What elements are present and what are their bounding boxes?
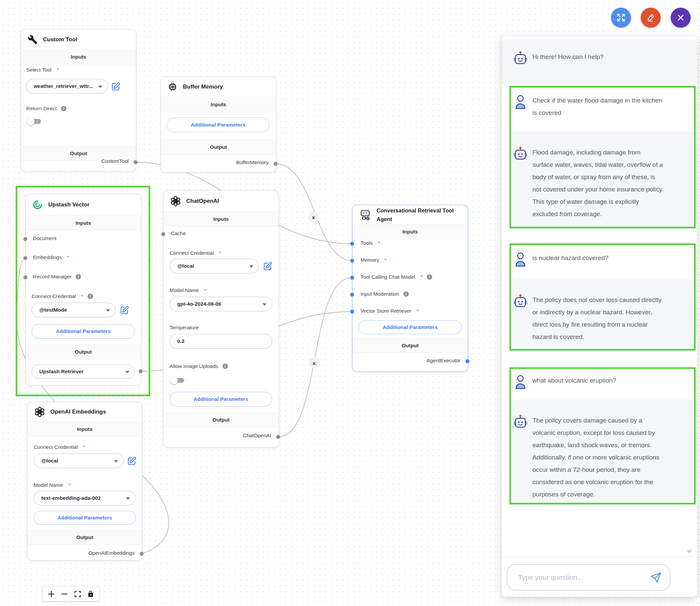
highlighted-message-pair: is nuclear hazard covered? The policy do… [510, 243, 696, 351]
upstash-document-handle[interactable] [23, 237, 27, 241]
user-avatar [513, 374, 528, 400]
allow-image-uploads-toggle[interactable] [171, 378, 184, 383]
fit-view-button[interactable] [73, 589, 82, 599]
send-icon[interactable] [649, 571, 662, 584]
custom-tool-output-handle[interactable] [134, 160, 138, 164]
chat-openai-output-handle[interactable] [276, 435, 280, 439]
close-chat-button[interactable] [671, 8, 691, 28]
record-manager-input-label: Record Manager [33, 274, 81, 280]
additional-parameters-button[interactable]: Additional Parameters [170, 392, 272, 406]
node-chat-openai[interactable]: ChatOpenAI Inputs Cache Connect Credenti… [163, 190, 279, 447]
edit-credential-icon[interactable] [120, 305, 129, 314]
bot-message: The policy does not cover loss caused di… [511, 279, 694, 349]
inputs-section-label: Inputs [21, 50, 136, 64]
wrench-icon [28, 34, 38, 45]
chevron-down-icon [126, 497, 130, 500]
node-openai-embeddings[interactable]: OpenAI Embeddings Inputs Connect Credent… [27, 402, 142, 561]
buffer-memory-output-handle[interactable] [273, 162, 277, 166]
edit-tool-icon[interactable] [111, 81, 120, 91]
output-name: BufferMemory [236, 160, 269, 165]
info-icon[interactable] [87, 293, 93, 299]
temperature-input[interactable]: 0.2 [170, 334, 272, 349]
chat-openai-cache-handle[interactable] [161, 232, 165, 236]
message-text: what about volcanic eruption? [533, 374, 682, 400]
additional-parameters-button[interactable]: Additional Parameters [32, 324, 135, 339]
bot-avatar [513, 414, 528, 503]
select-tool-dropdown[interactable]: weather_retriever_wttr... [26, 79, 108, 94]
scroll-down-arrow[interactable] [686, 550, 692, 553]
upstash-header: Upstash Vector [26, 194, 141, 215]
upstash-output-dropdown[interactable]: Upstash Retriever [32, 365, 135, 379]
connect-credential-label: Connect Credential* [32, 293, 93, 299]
bot-avatar [513, 294, 528, 349]
additional-parameters-button[interactable]: Additional Parameters [359, 320, 462, 334]
agent-tools-handle[interactable] [350, 242, 354, 246]
node-title: OpenAI Embeddings [50, 407, 106, 416]
bot-avatar [513, 51, 528, 84]
user-message: what about volcanic eruption? [511, 369, 694, 400]
credential-dropdown[interactable]: @local [33, 453, 123, 468]
chevron-down-icon [114, 460, 118, 463]
zoom-out-button[interactable] [60, 589, 69, 599]
edit-credential-icon[interactable] [127, 456, 136, 465]
info-icon[interactable] [222, 363, 228, 369]
edit-credential-icon[interactable] [263, 261, 272, 271]
agent-input-moderation-handle[interactable] [350, 293, 354, 297]
node-conversational-retrieval-tool-agent[interactable]: Conversational Retrieval Tool Agent Inpu… [352, 205, 468, 372]
inputs-section-label: Inputs [164, 211, 278, 227]
cache-input-label: Cache [171, 230, 186, 236]
user-avatar [513, 252, 528, 279]
agent-output-handle[interactable] [466, 359, 470, 363]
message-text: The policy covers damage caused by a vol… [533, 414, 682, 503]
connect-credential-label: Connect Credential* [170, 250, 221, 256]
openai-embeddings-output-handle[interactable] [140, 552, 143, 556]
node-upstash-vector[interactable]: Upstash Vector Inputs Document Embedding… [25, 194, 141, 386]
allow-image-uploads-label: Allow Image Uploads [170, 363, 228, 369]
agent-memory-handle[interactable] [350, 259, 354, 263]
agent-vector-store-handle[interactable] [350, 310, 354, 314]
credential-dropdown[interactable]: @testMode [32, 303, 116, 317]
node-buffer-memory[interactable]: Buffer Memory Inputs Additional Paramete… [161, 76, 276, 172]
node-custom-tool[interactable]: Custom Tool Inputs Select Tool* weather_… [21, 29, 136, 171]
input-moderation-label: Input Moderation [361, 291, 409, 297]
credential-dropdown[interactable]: @local [170, 259, 259, 273]
openai-logo-icon [170, 196, 181, 206]
lock-button[interactable] [86, 589, 95, 599]
edge-delete-badge[interactable]: x [308, 212, 319, 223]
model-name-dropdown[interactable]: text-embedding-ada-002 [33, 491, 136, 506]
model-name-dropdown[interactable]: gpt-4o-2024-08-06 [170, 297, 272, 311]
output-section-label: Output [28, 530, 142, 545]
info-icon[interactable] [427, 274, 432, 280]
output-section-label: Output [353, 338, 468, 353]
upstash-embeddings-handle[interactable] [23, 256, 27, 260]
upstash-spiral-icon [32, 200, 43, 210]
additional-parameters-button[interactable]: Additional Parameters [33, 511, 136, 525]
edge-delete-badge[interactable]: x [309, 357, 319, 368]
tool-calling-chat-model-label: Tool Calling Chat Model* [361, 274, 432, 280]
info-icon[interactable] [61, 106, 67, 112]
info-icon[interactable] [75, 274, 81, 280]
expand-chat-button[interactable] [611, 8, 631, 28]
upstash-record-manager-handle[interactable] [23, 275, 27, 279]
additional-parameters-button[interactable]: Additional Parameters [166, 118, 270, 132]
openai-logo-icon [34, 406, 45, 417]
document-input-label: Document [33, 235, 57, 241]
return-direct-toggle[interactable] [28, 119, 41, 124]
user-message: Check if the water flood damage in the k… [511, 88, 694, 132]
select-tool-label: Select Tool* [26, 67, 59, 73]
chat-input[interactable] [517, 573, 649, 582]
canvas-controls [43, 587, 99, 601]
highlighted-message-pair: Check if the water flood damage in the k… [510, 86, 696, 228]
upstash-output-handle[interactable] [139, 369, 142, 373]
output-section-label: Output [164, 413, 278, 427]
agent-chat-model-handle[interactable] [350, 276, 354, 280]
clear-chat-button[interactable] [641, 8, 661, 28]
chat-panel: Hi there! How can I help? Check if the w… [502, 36, 697, 597]
chevron-down-icon [263, 303, 267, 306]
info-icon[interactable] [403, 291, 409, 297]
vector-store-retriever-label: Vector Store Retriever* [361, 308, 419, 314]
message-text: The policy does not cover loss caused di… [533, 294, 682, 349]
zoom-in-button[interactable] [47, 589, 56, 599]
bot-message: The policy covers damage caused by a vol… [511, 400, 694, 503]
chevron-down-icon [249, 265, 253, 268]
